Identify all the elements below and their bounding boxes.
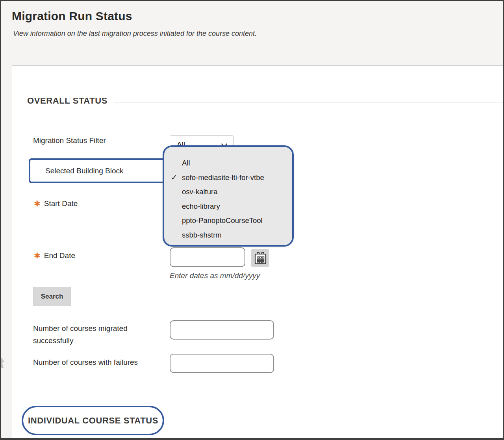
dropdown-option-label: osv-kaltura <box>182 188 217 196</box>
start-date-row: ✱ Start Date <box>34 199 78 208</box>
mouse-cursor-artifact <box>0 356 6 371</box>
dropdown-option-osv-kaltura[interactable]: osv-kaltura <box>164 185 292 199</box>
dropdown-option-all[interactable]: All <box>164 156 292 171</box>
end-date-label: End Date <box>44 251 75 260</box>
overall-status-heading-rule <box>114 102 504 102</box>
checkmark-icon: ✓ <box>171 171 177 185</box>
courses-migrated-label: Number of courses migrated successfully <box>33 322 159 347</box>
dropdown-option-label: sofo-mediasite-lti-for-vtbe <box>182 173 264 182</box>
dropdown-option-ssbb-shstrm[interactable]: ssbb-shstrm <box>164 228 292 243</box>
dropdown-option-label: ssbb-shstrm <box>182 231 222 239</box>
end-date-calendar-button[interactable] <box>251 249 269 267</box>
building-block-dropdown-menu: All ✓ sofo-mediasite-lti-for-vtbe osv-ka… <box>163 145 294 247</box>
dropdown-option-sofo-mediasite[interactable]: ✓ sofo-mediasite-lti-for-vtbe <box>164 171 292 185</box>
individual-course-status-heading: INDIVIDUAL COURSE STATUS <box>28 416 158 426</box>
calendar-icon <box>253 251 267 265</box>
overall-status-heading: OVERALL STATUS <box>27 96 107 106</box>
courses-failures-label: Number of courses with failures <box>33 358 138 367</box>
screenshot-frame: Migration Run Status View information on… <box>0 0 504 440</box>
required-asterisk-icon: ✱ <box>34 199 41 208</box>
dropdown-option-label: ppto-PanoptoCourseTool <box>182 216 263 225</box>
overall-status-panel: OVERALL STATUS Migration Status Filter A… <box>12 65 504 439</box>
date-format-hint: Enter dates as mm/dd/yyyy <box>170 271 260 280</box>
courses-migrated-input[interactable] <box>170 320 274 340</box>
dropdown-option-label: All <box>182 159 190 167</box>
page-subtitle: View information on the last migration p… <box>13 30 257 38</box>
individual-course-status-heading-rule <box>166 421 504 421</box>
selected-building-block-label: Selected Building Block <box>45 167 124 175</box>
courses-failures-input[interactable] <box>170 354 274 373</box>
start-date-label: Start Date <box>44 199 78 208</box>
migration-status-filter-label: Migration Status Filter <box>33 136 106 145</box>
page-title: Migration Run Status <box>12 9 132 23</box>
search-button[interactable]: Search <box>33 287 71 306</box>
end-date-input[interactable] <box>170 247 245 267</box>
required-asterisk-icon: ✱ <box>34 251 41 260</box>
dropdown-option-ppto-panopto[interactable]: ppto-PanoptoCourseTool <box>164 214 292 228</box>
end-date-row: ✱ End Date <box>34 251 75 260</box>
individual-course-status-highlight: INDIVIDUAL COURSE STATUS <box>22 406 164 435</box>
section-divider <box>34 396 504 396</box>
dropdown-option-echo-library[interactable]: echo-library <box>164 199 292 214</box>
dropdown-option-label: echo-library <box>182 202 220 210</box>
